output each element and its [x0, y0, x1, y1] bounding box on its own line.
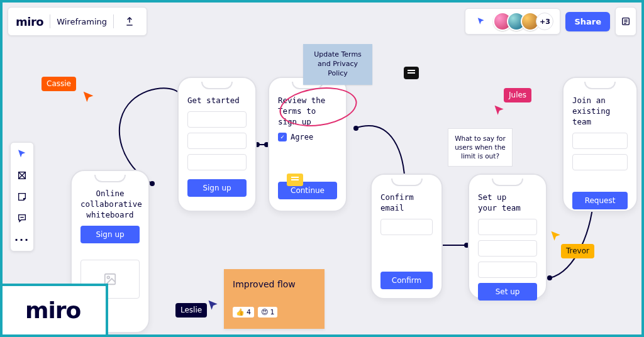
- request-button[interactable]: Request: [572, 192, 628, 209]
- phone-notch: [391, 179, 423, 186]
- share-button[interactable]: Share: [565, 12, 610, 31]
- app-frame: miro Wireframing +3: [0, 0, 644, 337]
- sticky-tool[interactable]: [14, 189, 30, 204]
- phone-title: Join an existing team: [572, 96, 628, 128]
- text-field[interactable]: [380, 219, 433, 235]
- svg-point-0: [150, 181, 155, 186]
- miro-logo: miro: [16, 15, 43, 28]
- note-text: What to say for users when the limit is …: [455, 135, 506, 160]
- agree-label: Agree: [291, 133, 313, 141]
- phone-title: Get started: [187, 96, 247, 106]
- avatar-stack[interactable]: +3: [493, 12, 553, 31]
- phone-title: Confirm email: [380, 192, 433, 214]
- phone-notch: [201, 82, 233, 89]
- board-title[interactable]: Wireframing: [57, 17, 107, 26]
- more-tools[interactable]: ···: [14, 232, 30, 247]
- callout-icon[interactable]: [404, 67, 419, 79]
- text-field[interactable]: [478, 219, 537, 235]
- cursor-icon: [493, 104, 506, 117]
- phone-get-started[interactable]: Get started Sign up: [177, 77, 257, 212]
- user-tag-jules: Jules: [504, 88, 531, 102]
- svg-rect-11: [105, 273, 116, 284]
- phone-title: Set up your team: [478, 192, 537, 214]
- separator: [113, 14, 114, 28]
- separator: [50, 14, 50, 28]
- text-field[interactable]: [187, 133, 247, 149]
- phone-join[interactable]: Join an existing team Request: [562, 77, 638, 212]
- miro-logo-large: miro: [25, 297, 80, 323]
- comment-tool[interactable]: [14, 211, 30, 226]
- brand-corner: miro: [0, 284, 108, 337]
- user-tag-leslie: Leslie: [175, 303, 207, 318]
- cursor-icon: [82, 91, 96, 104]
- phone-title: Review the Terms to sign up: [278, 96, 337, 128]
- cursor-presence-icon[interactable]: [472, 17, 491, 26]
- confirm-button[interactable]: Confirm: [380, 272, 433, 289]
- topbar: miro Wireframing +3: [8, 8, 636, 35]
- text-field[interactable]: [187, 111, 247, 128]
- reaction-bar: 👍4 😍1: [233, 307, 316, 318]
- sticky-text: Update Terms and Privacy Policy: [314, 50, 362, 77]
- phone-notch: [492, 179, 523, 186]
- signup-button[interactable]: Sign up: [80, 226, 140, 243]
- select-tool[interactable]: [14, 146, 30, 162]
- sticky-note[interactable]: Update Terms and Privacy Policy: [303, 44, 372, 85]
- phone-review[interactable]: Review the Terms to sign up ✓ Agree Cont…: [268, 77, 347, 212]
- sticky-improved-flow[interactable]: Improved flow 👍4 😍1: [224, 269, 325, 329]
- phone-notch: [584, 82, 616, 89]
- reaction[interactable]: 👍4: [233, 307, 254, 318]
- phone-notch: [94, 175, 126, 182]
- text-field[interactable]: [572, 154, 628, 170]
- frame-tool[interactable]: [14, 168, 30, 183]
- svg-point-3: [353, 126, 358, 131]
- signup-button[interactable]: Sign up: [187, 179, 247, 197]
- phone-title: Online collaborative whiteboard: [80, 189, 140, 221]
- agree-checkbox[interactable]: ✓ Agree: [278, 133, 337, 141]
- left-toolbar: ···: [10, 142, 34, 251]
- user-tag-trevor: Trevor: [561, 244, 594, 258]
- presence-chip: +3: [465, 8, 560, 35]
- user-tag-cassie: Cassie: [42, 77, 76, 91]
- text-field[interactable]: [187, 154, 247, 170]
- svg-point-7: [547, 275, 552, 280]
- note-card[interactable]: What to say for users when the limit is …: [448, 128, 513, 167]
- phone-setup[interactable]: Set up your team Set up: [468, 174, 547, 299]
- text-field[interactable]: [478, 262, 537, 278]
- text-field[interactable]: [572, 133, 628, 149]
- svg-point-12: [107, 276, 109, 279]
- activity-button[interactable]: [615, 7, 636, 36]
- setup-button[interactable]: Set up: [478, 283, 537, 301]
- comment-badge[interactable]: [287, 174, 303, 186]
- text-field[interactable]: [478, 240, 537, 257]
- board-chip[interactable]: miro Wireframing: [8, 7, 147, 36]
- checkmark-icon: ✓: [278, 133, 287, 141]
- avatar-overflow[interactable]: +3: [536, 13, 553, 30]
- reaction[interactable]: 😍1: [258, 307, 277, 318]
- phone-confirm[interactable]: Confirm email Confirm: [370, 174, 443, 299]
- cursor-icon: [207, 299, 219, 312]
- sticky-title: Improved flow: [233, 279, 316, 289]
- export-icon[interactable]: [120, 16, 139, 26]
- cursor-icon: [550, 230, 562, 243]
